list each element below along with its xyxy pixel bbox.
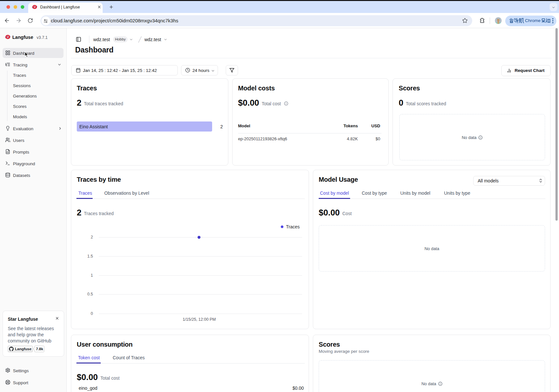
svg-text:Chrome: Chrome (525, 18, 541, 23)
